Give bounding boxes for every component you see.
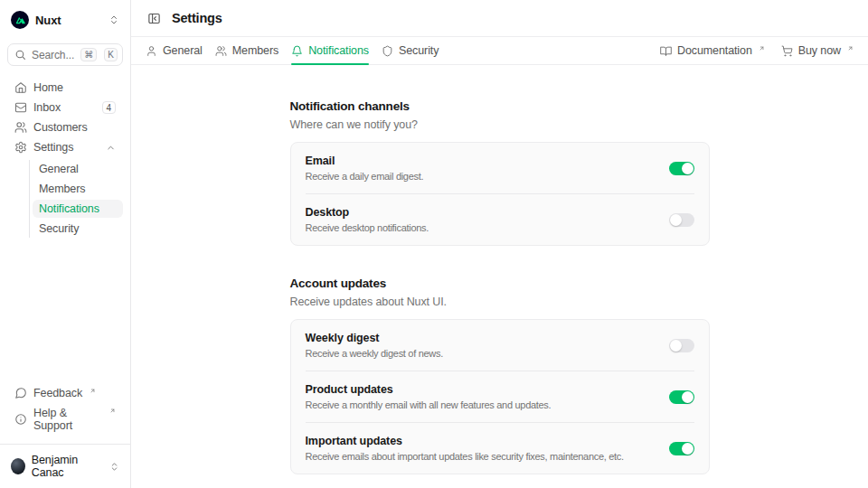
tab-label: Members [232,44,278,57]
users-icon [14,121,27,134]
sidebar-item-inbox[interactable]: Inbox 4 [7,99,123,117]
external-link-icon [847,45,854,52]
inbox-count-badge: 4 [102,101,116,114]
sidebar-item-label: Customers [33,121,88,134]
page-header: Settings [131,0,868,37]
external-link-icon [759,45,765,52]
setting-label: Important updates [306,435,660,447]
setting-description: Receive desktop notifications. [306,222,660,233]
shopping-cart-icon [781,45,793,57]
section-subtitle: Receive updates about Nuxt UI. [290,296,710,308]
sidebar-item-general[interactable]: General [33,160,123,178]
page-title: Settings [172,11,222,25]
setting-description: Receive a monthly email with all new fea… [306,399,660,410]
chat-bubble-icon [14,387,27,399]
sidebar-footer: Feedback Help & Support Benjamin Canac [7,384,123,481]
external-link-icon [109,408,116,414]
sidebar-item-settings[interactable]: Settings [7,138,123,156]
user-menu[interactable]: Benjamin Canac [7,450,123,481]
setting-row-important-updates: Important updates Receive emails about i… [291,423,709,474]
sidebar-item-security[interactable]: Security [33,220,123,238]
setting-row-weekly-digest: Weekly digest Receive a weekly digest of… [291,320,709,371]
settings-content: Notification channels Where can we notif… [131,65,868,488]
kbd-k: K [104,48,118,61]
book-open-icon [660,45,672,57]
sidebar-item-label: Settings [33,141,73,154]
email-toggle[interactable] [669,162,694,175]
collapse-sidebar-button[interactable] [146,10,163,27]
setting-description: Receive emails about important updates l… [306,451,660,462]
main-panel: Settings General Members Notifications S… [131,0,868,488]
panel-left-icon [147,12,161,25]
info-circle-icon [14,413,27,426]
section-title: Notification channels [290,99,710,113]
tab-general[interactable]: General [146,37,203,64]
user-name: Benjamin Canac [32,454,103,479]
nuxt-logo [11,11,29,29]
sidebar: Nuxt Search... ⌘ K Home Inbox 4 [0,0,131,488]
shield-icon [382,45,393,57]
section-subtitle: Where can we notify you? [290,118,710,131]
sidebar-item-label: Home [33,81,63,94]
settings-card: Weekly digest Receive a weekly digest of… [290,319,710,474]
section-notification-channels: Notification channels Where can we notif… [290,99,710,246]
settings-subnav: General Members Notifications Security [29,160,123,238]
sidebar-nav: Home Inbox 4 Customers Settings Gener [7,79,123,239]
setting-row-desktop: Desktop Receive desktop notifications. [291,194,709,245]
tab-notifications[interactable]: Notifications [291,37,369,64]
setting-label: Email [306,155,660,167]
settings-card: Email Receive a daily email digest. Desk… [290,142,710,246]
help-support-label: Help & Support [33,407,102,432]
search-input[interactable]: Search... ⌘ K [7,43,123,66]
tab-bar: General Members Notifications Security [131,37,868,65]
feedback-link[interactable]: Feedback [7,384,123,402]
users-icon [215,45,227,57]
important-updates-toggle[interactable] [669,442,694,455]
workspace-name: Nuxt [35,14,61,27]
chevron-up-icon [106,143,116,153]
setting-row-email: Email Receive a daily email digest. [291,143,709,193]
tab-label: Security [399,44,439,57]
buy-now-button[interactable]: Buy now [781,44,854,57]
documentation-label: Documentation [677,44,752,57]
desktop-toggle[interactable] [669,213,694,227]
setting-label: Weekly digest [306,332,660,344]
section-account-updates: Account updates Receive updates about Nu… [290,277,710,474]
user-icon [146,45,157,57]
kbd-cmd: ⌘ [80,48,97,61]
sidebar-item-customers[interactable]: Customers [7,118,123,136]
documentation-button[interactable]: Documentation [660,44,765,57]
sidebar-item-home[interactable]: Home [7,79,123,97]
sidebar-divider [0,444,130,445]
setting-description: Receive a weekly digest of news. [306,348,660,359]
gear-icon [14,141,27,154]
sidebar-item-notifications[interactable]: Notifications [33,200,123,218]
search-placeholder: Search... [32,49,75,61]
tab-label: Notifications [308,44,369,57]
chevrons-up-down-icon [109,462,119,472]
sidebar-item-members[interactable]: Members [33,180,123,198]
home-icon [14,81,27,94]
user-avatar [11,458,25,474]
tab-security[interactable]: Security [382,37,439,64]
buy-now-label: Buy now [798,44,841,57]
setting-label: Product updates [306,383,660,396]
weekly-digest-toggle[interactable] [669,339,694,352]
workspace-selector[interactable]: Nuxt [7,7,123,33]
section-title: Account updates [290,277,710,290]
tab-label: General [163,44,203,57]
setting-description: Receive a daily email digest. [306,171,660,182]
search-icon [14,49,26,61]
inbox-icon [14,101,27,114]
external-link-icon [90,388,96,394]
help-support-link[interactable]: Help & Support [7,404,123,435]
sidebar-item-label: Inbox [33,101,61,114]
feedback-label: Feedback [33,387,82,399]
chevrons-up-down-icon [108,14,119,25]
header-actions: Documentation Buy now [660,37,854,64]
product-updates-toggle[interactable] [669,390,694,404]
tab-members[interactable]: Members [215,37,278,64]
setting-label: Desktop [306,206,660,219]
setting-row-product-updates: Product updates Receive a monthly email … [291,371,709,422]
bell-icon [291,45,303,57]
